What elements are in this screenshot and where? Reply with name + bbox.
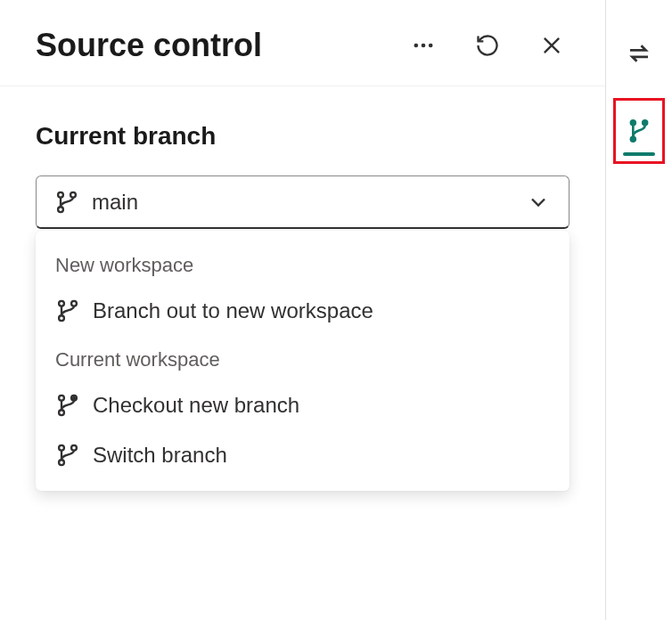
branch-new-icon [55,393,80,418]
branch-icon [55,298,80,323]
svg-point-10 [71,301,77,306]
branch-dropdown-container: main New workspace Branch out to new wor… [36,175,570,229]
dropdown-item-label: Checkout new branch [93,393,299,418]
selected-branch-text: main [92,190,513,215]
svg-point-5 [58,192,63,197]
branch-icon [54,190,79,215]
source-control-panel: Source control Current branch [0,0,606,620]
svg-point-2 [429,44,433,48]
svg-point-18 [71,445,77,451]
svg-point-12 [59,410,64,415]
sync-icon [626,40,652,67]
chevron-down-icon [526,190,551,215]
svg-point-1 [422,44,426,48]
svg-point-19 [630,119,636,126]
branch-dropdown[interactable]: main [36,175,570,229]
svg-point-7 [70,192,76,197]
svg-point-0 [414,44,419,48]
close-icon [539,33,564,58]
svg-point-9 [59,315,64,321]
panel-title: Source control [36,27,406,64]
panel-content: Current branch main New workspace [0,86,605,229]
more-icon [411,33,436,58]
switch-branch-item[interactable]: Switch branch [36,430,570,480]
header-actions [406,28,570,63]
svg-point-6 [58,207,63,212]
svg-point-8 [59,301,64,306]
dropdown-item-label: Switch branch [93,443,227,468]
branch-icon [625,117,653,145]
right-rail [606,0,672,620]
checkout-new-branch-item[interactable]: Checkout new branch [36,380,570,430]
sync-button[interactable] [621,36,657,71]
branch-dropdown-menu: New workspace Branch out to new workspac… [36,231,570,491]
close-button[interactable] [534,28,570,63]
panel-header: Source control [0,0,605,86]
source-control-tab[interactable] [613,98,665,164]
more-options-button[interactable] [406,28,441,63]
svg-point-21 [642,119,648,126]
svg-point-11 [59,396,64,401]
dropdown-group-new-workspace: New workspace [36,241,570,286]
svg-point-17 [59,460,64,465]
svg-point-16 [59,445,64,451]
branch-out-new-workspace-item[interactable]: Branch out to new workspace [36,286,570,336]
dropdown-group-current-workspace: Current workspace [36,336,570,380]
svg-point-20 [630,136,636,143]
current-branch-label: Current branch [36,122,570,151]
refresh-icon [475,33,500,58]
branch-icon [55,443,80,468]
refresh-button[interactable] [470,28,505,63]
dropdown-item-label: Branch out to new workspace [93,298,373,323]
